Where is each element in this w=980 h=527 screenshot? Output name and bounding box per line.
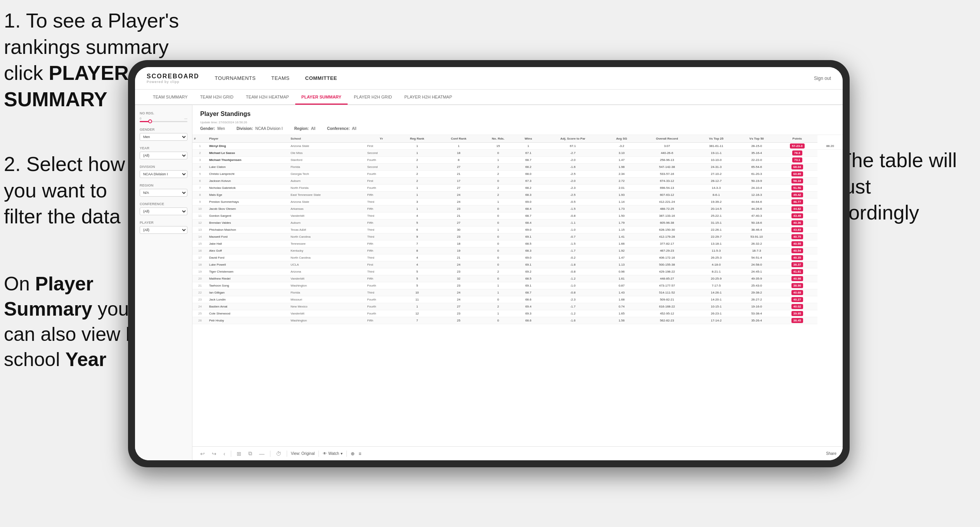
toolbar-icon2[interactable]: ≡	[358, 451, 361, 456]
toolbar-icon1[interactable]: ⊕	[351, 451, 355, 456]
table-cell: Christo Lamprecht	[208, 171, 289, 178]
sidebar-division-select[interactable]: NCAA Division I	[140, 170, 187, 178]
table-cell: 43.49	[777, 213, 817, 219]
table-cell: 467-29-23	[638, 247, 696, 254]
table-row: 3Michael ThorbjornsenStanfordFourth28168…	[192, 157, 843, 164]
sub-player-summary[interactable]: PLAYER SUMMARY	[295, 90, 348, 105]
table-cell: 1	[480, 289, 516, 296]
table-cell: Gordon Sargent	[208, 213, 289, 219]
table-row: 14Maxwell FordNorth CarolinaThird923069.…	[192, 233, 843, 240]
table-cell: 5	[397, 275, 437, 282]
table-row: 18Luke PowellUCLAFirst424069.1-1.81.1350…	[192, 261, 843, 268]
sidebar-region: Region N/A	[140, 183, 187, 197]
table-cell: 2.72	[605, 178, 638, 185]
table-cell: 0	[480, 150, 516, 157]
table-cell: 19-11-1	[696, 150, 736, 157]
table-cell: 8	[397, 247, 437, 254]
sub-player-h2h-grid[interactable]: PLAYER H2H GRID	[348, 90, 398, 105]
table-row: 7Nicholas GabrielcikNorth FloridaFourth1…	[192, 185, 843, 192]
table-cell: 14	[192, 233, 208, 240]
table-cell: 473-177-57	[638, 282, 696, 289]
nav-tournaments[interactable]: TOURNAMENTS	[215, 74, 256, 83]
table-cell: 22-26-1	[696, 226, 736, 233]
toolbar: ↩ ↪ ‹ ⊞ ⧉ — ⏱ View: Original 👁 Watch ▾	[192, 446, 843, 460]
table-cell: Fourth	[365, 310, 397, 317]
table-cell: 69.3	[516, 310, 540, 317]
sidebar-no-rds-label: No Rds.	[140, 111, 187, 115]
table-cell: Matthew Riedel	[208, 275, 289, 282]
table-row: 26Petr HrubyWashingtonFifth725068.6-1.61…	[192, 317, 843, 324]
table-row: 23Jack LundinMissouriFourth1124068.6-2.3…	[192, 296, 843, 303]
sidebar-conference-label: Conference	[140, 202, 187, 206]
table-cell: 67.1	[516, 150, 540, 157]
nav-committee[interactable]: COMMITTEE	[305, 74, 338, 83]
table-cell: Michael Le Sasso	[208, 150, 289, 157]
table-cell: 2	[480, 164, 516, 171]
toolbar-view[interactable]: View: Original	[291, 451, 315, 456]
slider-track[interactable]	[140, 121, 187, 122]
toolbar-watch[interactable]: 👁 Watch ▾	[323, 451, 343, 456]
table-cell: 2	[480, 171, 516, 178]
table-cell: 11-5-3	[696, 247, 736, 254]
table-cell: 1	[480, 282, 516, 289]
sidebar-region-select[interactable]: N/A	[140, 189, 187, 197]
table-cell: 44-26-6	[736, 206, 777, 213]
table-cell: 54-51-4	[736, 254, 777, 261]
toolbar-redo[interactable]: ↪	[210, 450, 218, 458]
table-cell: Jake Hall	[208, 240, 289, 247]
table-cell: 32	[437, 275, 480, 282]
table-cell: Third	[365, 199, 397, 206]
sub-team-h2h-heatmap[interactable]: TEAM H2H HEATMAP	[240, 90, 295, 105]
table-cell: Fifth	[365, 240, 397, 247]
table-cell: Wenyi Ding	[208, 143, 289, 150]
table-cell: 1.79	[605, 219, 638, 226]
sub-team-h2h-grid[interactable]: TEAM H2H GRID	[194, 90, 240, 105]
sidebar-player-select[interactable]: (All)	[140, 226, 187, 234]
table-row: 13Phichaksn MaichonTexas A&MThird630169.…	[192, 226, 843, 233]
toolbar-undo[interactable]: ↩	[199, 450, 206, 458]
table-cell: 22	[192, 289, 208, 296]
table-cell: 1	[437, 143, 480, 150]
table-cell: 448-85-27	[638, 275, 696, 282]
table-cell: 10	[192, 206, 208, 213]
table-cell: 5	[397, 268, 437, 275]
toolbar-dash[interactable]: —	[258, 450, 266, 458]
sub-player-h2h-heatmap[interactable]: PLAYER H2H HEATMAP	[398, 90, 458, 105]
table-row: 24Bastien AmatNew MexicoFourth127269.4-1…	[192, 303, 843, 310]
table-cell: North Carolina	[289, 233, 365, 240]
table-cell: 35-26-4	[736, 317, 777, 324]
toolbar-paste[interactable]: ⧉	[247, 449, 254, 458]
toolbar-clock[interactable]: ⏱	[274, 450, 283, 458]
table-head: # Player School Yr Reg Rank Conf Rank No…	[192, 135, 843, 143]
table-cell: 412-179-28	[638, 233, 696, 240]
toolbar-copy[interactable]: ⊞	[235, 450, 243, 458]
sidebar-gender-label: Gender	[140, 128, 187, 131]
sidebar-gender-select[interactable]: Men	[140, 133, 187, 141]
table-cell: 14-20-1	[696, 296, 736, 303]
table-cell: Vanderbilt	[289, 213, 365, 219]
table-cell: 1	[192, 143, 208, 150]
table-cell: 19-16-0	[736, 303, 777, 310]
table-cell: 628-150-30	[638, 226, 696, 233]
table-row: 16Alex GoffKentuckyFifth819068.3-1.71.92…	[192, 247, 843, 254]
table-cell: 19	[437, 247, 480, 254]
table-cell: Arizona	[289, 268, 365, 275]
sidebar-year-select[interactable]: (All)	[140, 152, 187, 159]
toolbar-back[interactable]: ‹	[222, 450, 227, 458]
nav-teams[interactable]: TEAMS	[271, 74, 289, 83]
nav-signout[interactable]: Sign out	[814, 76, 831, 81]
sub-team-summary[interactable]: TEAM SUMMARY	[147, 90, 194, 105]
col-points: Points	[777, 135, 817, 143]
table-cell: Vanderbilt	[289, 275, 365, 282]
toolbar-share[interactable]: Share	[826, 451, 836, 456]
table-cell: 69.0	[516, 254, 540, 261]
table-cell: 40.36	[777, 219, 817, 226]
table-cell: -1.7	[540, 247, 605, 254]
toolbar-sep3	[287, 451, 287, 457]
watch-label: Watch	[328, 451, 339, 456]
table-cell: 58.18	[777, 178, 817, 185]
sidebar-conference-select[interactable]: (All)	[140, 207, 187, 215]
table-cell: 8-21-1	[696, 268, 736, 275]
table-cell: 1.98	[605, 164, 638, 171]
table-cell: 18-7-3	[736, 247, 777, 254]
